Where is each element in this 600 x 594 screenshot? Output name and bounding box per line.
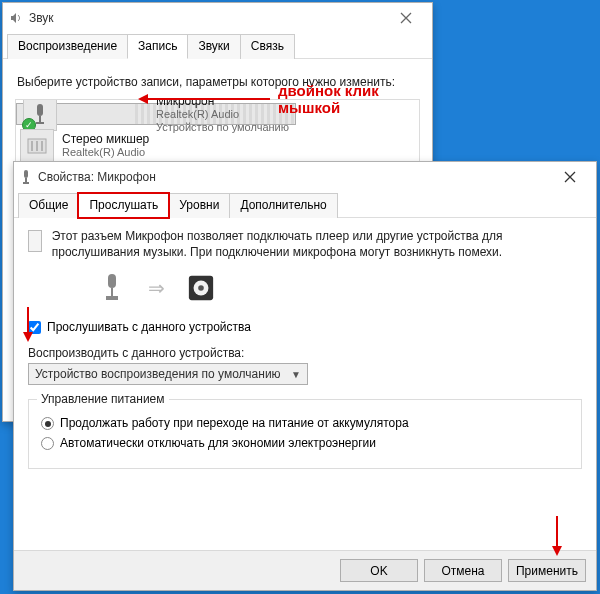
tab-general[interactable]: Общие (18, 193, 79, 218)
device-row-microphone[interactable]: ✓ Микрофон Realtek(R) Audio Устройство п… (16, 103, 296, 125)
listen-checkbox-label: Прослушивать с данного устройства (47, 320, 251, 334)
device-driver: Realtek(R) Audio (156, 108, 289, 121)
group-legend: Управление питанием (37, 392, 169, 406)
ok-button[interactable]: OK (340, 559, 418, 582)
properties-window: Свойства: Микрофон Общие Прослушать Уров… (13, 161, 597, 591)
svg-rect-12 (106, 296, 118, 300)
close-button[interactable] (386, 4, 426, 32)
close-button[interactable] (550, 163, 590, 191)
tab-listen[interactable]: Прослушать (78, 193, 169, 218)
svg-rect-1 (39, 116, 41, 122)
device-text: Стерео микшер Realtek(R) Audio (62, 132, 149, 159)
device-driver: Realtek(R) Audio (62, 146, 149, 159)
tab-content: Этот разъем Микрофон позволяет подключат… (14, 218, 596, 529)
window-title: Свойства: Микрофон (38, 170, 550, 184)
device-status: Устройство по умолчанию (156, 121, 289, 134)
tab-levels[interactable]: Уровни (168, 193, 230, 218)
playback-label: Воспроизводить с данного устройства: (28, 334, 582, 360)
dialog-footer: OK Отмена Применить (14, 550, 596, 590)
annotation-arrow-checkbox (27, 307, 29, 337)
tab-sounds[interactable]: Звуки (187, 34, 240, 59)
speaker-icon (187, 272, 215, 304)
radio-continue[interactable] (41, 417, 54, 430)
select-value: Устройство воспроизведения по умолчанию (35, 367, 281, 381)
radio-disable-label: Автоматически отключать для экономии эле… (60, 436, 376, 450)
cancel-button[interactable]: Отмена (424, 559, 502, 582)
chevron-down-icon: ▼ (291, 369, 301, 380)
arrow-right-icon: ⇒ (148, 276, 165, 300)
svg-point-15 (198, 286, 204, 292)
svg-rect-7 (24, 170, 28, 178)
radio-continue-label: Продолжать работу при переходе на питани… (60, 416, 409, 430)
titlebar: Звук (3, 3, 432, 33)
tab-playback[interactable]: Воспроизведение (7, 34, 128, 59)
power-management-group: Управление питанием Продолжать работу пр… (28, 399, 582, 469)
tabs-bar: Воспроизведение Запись Звуки Связь (3, 33, 432, 59)
window-title: Звук (29, 11, 386, 25)
flow-illustration: ⇒ (28, 260, 582, 316)
description-text: Этот разъем Микрофон позволяет подключат… (52, 228, 582, 260)
svg-rect-2 (36, 122, 44, 124)
svg-rect-0 (37, 104, 43, 116)
svg-rect-8 (25, 178, 27, 182)
microphone-icon (20, 169, 32, 185)
svg-rect-11 (111, 288, 113, 296)
tab-advanced[interactable]: Дополнительно (229, 193, 337, 218)
device-text: Микрофон Realtek(R) Audio Устройство по … (156, 99, 289, 134)
tab-recording[interactable]: Запись (127, 34, 188, 59)
playback-device-select[interactable]: Устройство воспроизведения по умолчанию … (28, 363, 308, 385)
tab-comm[interactable]: Связь (240, 34, 295, 59)
device-name: Стерео микшер (62, 132, 149, 146)
svg-rect-10 (108, 274, 116, 288)
jack-icon (28, 230, 42, 252)
titlebar: Свойства: Микрофон (14, 162, 596, 192)
microphone-icon: ✓ (23, 99, 57, 131)
apply-button[interactable]: Применить (508, 559, 586, 582)
device-name: Микрофон (156, 99, 289, 108)
speaker-icon (9, 11, 23, 25)
tabs-bar: Общие Прослушать Уровни Дополнительно (14, 192, 596, 218)
svg-rect-9 (23, 182, 29, 184)
mixer-icon (20, 129, 54, 163)
annotation-text: двойнок клик мышкой (278, 82, 379, 117)
radio-disable[interactable] (41, 437, 54, 450)
microphone-icon (98, 272, 126, 304)
annotation-arrow-apply (556, 516, 558, 551)
